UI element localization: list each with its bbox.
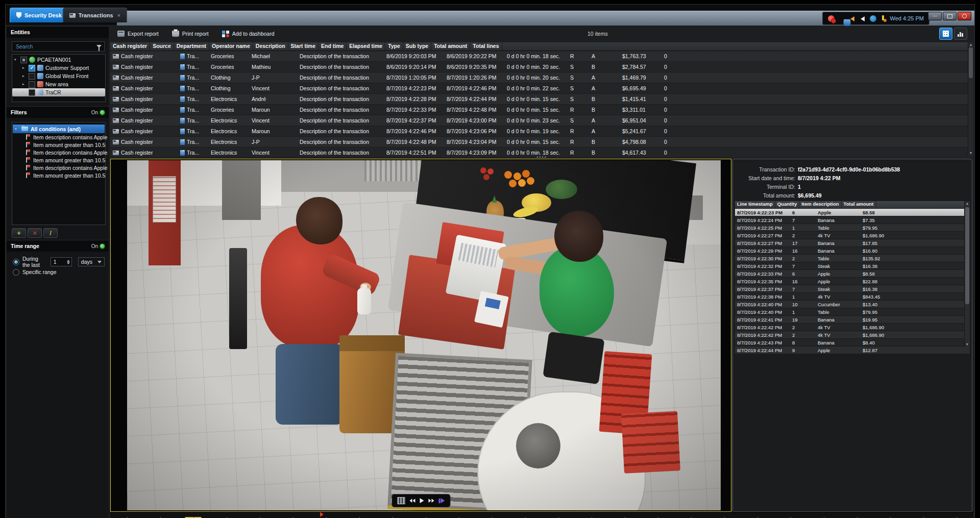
line-column-header[interactable]: Quantity: [775, 201, 800, 208]
scroll-down-icon[interactable]: ▼: [969, 151, 973, 155]
days-value-input[interactable]: [53, 258, 67, 265]
filter-funnel-icon[interactable]: [96, 45, 102, 48]
transaction-row[interactable]: Cash register Tra... Clothing Vincent De…: [110, 83, 973, 94]
expander-icon[interactable]: ▸: [22, 66, 27, 70]
filter-condition-row[interactable]: Item description contains Apple: [12, 149, 105, 156]
grid-view-button[interactable]: [939, 28, 952, 40]
scroll-up-icon[interactable]: ▲: [969, 43, 973, 47]
line-item-row[interactable]: 8/7/2019 4:22:33 PM 6 Apple $8.58: [735, 270, 970, 278]
expander-icon[interactable]: ▾: [14, 58, 18, 62]
expander-icon[interactable]: ▸: [22, 82, 27, 86]
rewind-button[interactable]: [409, 499, 415, 503]
transaction-row[interactable]: Cash register Tra... Groceries Michael D…: [110, 51, 973, 62]
entity-checkbox[interactable]: [29, 89, 35, 96]
line-item-row[interactable]: 8/7/2019 4:22:38 PM 1 4k TV $843.45: [735, 293, 970, 301]
scroll-up-icon[interactable]: ▲: [965, 202, 969, 206]
transaction-row[interactable]: Cash register Tra... Groceries Maroun De…: [110, 105, 973, 115]
line-item-row[interactable]: 8/7/2019 4:22:43 PM 8 Banana $8.40: [735, 339, 970, 347]
line-item-row[interactable]: 8/7/2019 4:22:25 PM 1 Table $79.95: [735, 224, 970, 232]
speaker-icon[interactable]: [860, 15, 866, 22]
entity-tree-row[interactable]: ▸ Customer Support: [12, 64, 105, 72]
line-items-scrollbar[interactable]: ▲ ▼: [964, 201, 970, 347]
line-item-row[interactable]: 8/7/2019 4:22:27 PM 17 Banana $17.85: [735, 239, 970, 247]
line-item-row[interactable]: 8/7/2019 4:22:42 PM 2 4k TV $1,686.90: [735, 331, 970, 339]
line-column-header[interactable]: Total amount: [842, 201, 876, 208]
time-range-on-toggle[interactable]: On: [91, 243, 105, 249]
transaction-row[interactable]: Cash register Tra... Electronics Maroun …: [110, 126, 973, 137]
notification-bug-icon[interactable]: [828, 15, 835, 22]
filters-on-toggle[interactable]: On: [91, 110, 105, 115]
warning-icon[interactable]: [880, 15, 887, 22]
during-last-option[interactable]: During the last days: [13, 257, 105, 267]
column-header[interactable]: Start time: [288, 42, 318, 51]
add-condition-button[interactable]: +: [12, 228, 26, 238]
expander-icon[interactable]: ▸: [22, 74, 27, 78]
close-tab-icon[interactable]: ×: [117, 12, 120, 18]
specific-range-option[interactable]: Specific range: [13, 267, 105, 277]
line-item-row[interactable]: 8/7/2019 4:22:41 PM 19 Banana $19.95: [735, 316, 970, 324]
radio-during-last[interactable]: [13, 259, 19, 265]
entity-tree-row[interactable]: ▸ New area: [12, 80, 105, 88]
entity-checkbox[interactable]: [29, 81, 35, 88]
entity-checkbox[interactable]: [29, 73, 35, 80]
column-header[interactable]: Description: [253, 42, 288, 51]
column-header[interactable]: Source: [150, 42, 174, 51]
expander-icon[interactable]: ▾: [15, 127, 19, 131]
tab-transactions[interactable]: Transactions ×: [63, 8, 127, 22]
chart-view-button[interactable]: [954, 28, 967, 40]
column-header[interactable]: Cash register: [110, 42, 150, 51]
entity-tree-row[interactable]: ▸ Global West Front: [12, 72, 105, 80]
playhead-marker[interactable]: [320, 512, 324, 517]
scroll-down-icon[interactable]: ▼: [965, 342, 969, 347]
line-item-row[interactable]: 8/7/2019 4:22:35 PM 16 Apple $22.88: [735, 278, 970, 285]
stepper-arrows-icon[interactable]: [67, 260, 70, 264]
fast-forward-button[interactable]: [428, 499, 434, 503]
tab-security-desk[interactable]: Security Desk: [10, 8, 70, 22]
line-item-row[interactable]: 8/7/2019 4:22:40 PM 1 Table $79.95: [735, 308, 970, 316]
line-item-row[interactable]: 8/7/2019 4:22:27 PM 2 4k TV $1,686.90: [735, 232, 970, 239]
days-stepper[interactable]: [51, 257, 72, 266]
filter-condition-row[interactable]: Item amount greater than 10.5: [12, 141, 105, 149]
line-column-header[interactable]: Item description: [799, 201, 841, 208]
filter-condition-row[interactable]: Item description contains Apple: [12, 164, 105, 171]
radio-specific-range[interactable]: [13, 269, 19, 276]
transaction-row[interactable]: Cash register Tra... Electronics Vincent…: [110, 115, 973, 126]
transaction-row[interactable]: Cash register Tra... Electronics André D…: [110, 94, 973, 105]
column-header[interactable]: Type: [385, 42, 403, 51]
restore-button[interactable]: [943, 12, 957, 20]
line-item-row[interactable]: 8/7/2019 4:22:40 PM 10 Cucumber $13.40: [735, 301, 970, 308]
line-column-header[interactable]: Line timestamp: [735, 201, 775, 208]
line-item-row[interactable]: 8/7/2019 4:22:42 PM 2 4k TV $1,686.90: [735, 324, 970, 331]
search-input[interactable]: [15, 43, 96, 50]
minimize-button[interactable]: —: [928, 12, 942, 20]
column-header[interactable]: Total lines: [470, 42, 502, 51]
scroll-thumb[interactable]: [969, 47, 973, 78]
network-globe-icon[interactable]: [870, 15, 876, 22]
add-to-dashboard-button[interactable]: Add to dashboard: [222, 31, 275, 37]
entity-search[interactable]: [12, 41, 105, 52]
entity-tree-row[interactable]: ▾ PCAETAN001: [12, 56, 105, 64]
line-item-row[interactable]: 8/7/2019 4:22:32 PM 7 Steak $16.38: [735, 262, 970, 270]
video-tile[interactable]: [110, 159, 731, 512]
column-header[interactable]: End time: [318, 42, 347, 51]
transaction-row[interactable]: Cash register Tra... Groceries Mathieu D…: [110, 62, 973, 72]
line-item-row[interactable]: 8/7/2019 4:22:44 PM 9 Apple $12.87: [735, 347, 970, 354]
speaker-muted-icon[interactable]: [849, 15, 856, 22]
delete-condition-button[interactable]: ×: [28, 228, 42, 238]
column-header[interactable]: Elapsed time: [347, 42, 385, 51]
table-scrollbar[interactable]: ▲ ▼: [968, 42, 973, 156]
playback-timeline[interactable]: 4:22:30 4:22:35 4:22:40 4:22:45 4:22:50 …: [110, 512, 973, 518]
column-header[interactable]: Operator name: [209, 42, 253, 51]
transaction-row[interactable]: Cash register Tra... Electronics J-P Des…: [110, 137, 973, 147]
edit-condition-button[interactable]: /: [43, 228, 58, 238]
play-button[interactable]: [420, 498, 424, 503]
transaction-row[interactable]: Cash register Tra... Clothing J-P Descri…: [110, 72, 973, 83]
scroll-thumb[interactable]: [965, 207, 969, 304]
column-header[interactable]: Department: [174, 42, 209, 51]
filter-condition-row[interactable]: Item amount greater than 10.5: [12, 156, 105, 164]
entity-checkbox[interactable]: [20, 57, 27, 63]
filter-root-row[interactable]: ▾ All conditions (and): [13, 125, 105, 133]
line-item-row[interactable]: 8/7/2019 4:22:30 PM 2 Table $135.92: [735, 255, 970, 262]
export-report-button[interactable]: Export report: [117, 31, 159, 37]
expander-icon[interactable]: ▸: [22, 90, 27, 94]
